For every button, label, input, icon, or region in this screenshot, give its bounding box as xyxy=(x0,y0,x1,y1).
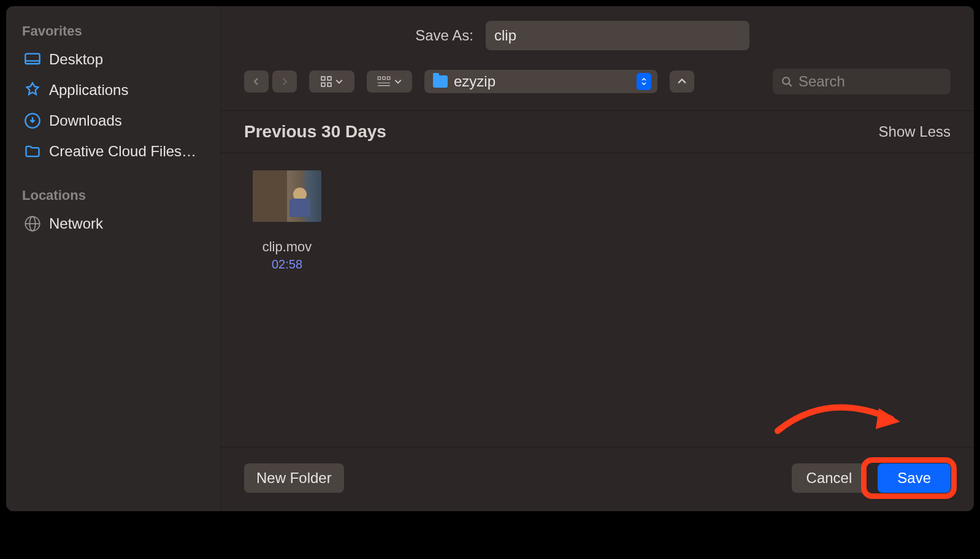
sidebar-item-label: Network xyxy=(49,215,103,232)
updown-icon xyxy=(637,73,651,90)
search-input[interactable] xyxy=(798,73,942,90)
forward-button[interactable] xyxy=(272,70,297,93)
sidebar-item-creative-cloud[interactable]: Creative Cloud Files… xyxy=(6,136,220,167)
chevron-down-icon xyxy=(394,79,402,84)
svg-rect-6 xyxy=(321,77,325,80)
bottom-bar: New Folder Cancel Save xyxy=(221,447,974,511)
sidebar-item-desktop[interactable]: Desktop xyxy=(6,44,220,75)
back-button[interactable] xyxy=(244,70,269,93)
section-header: Previous 30 Days Show Less xyxy=(221,111,974,153)
sidebar-item-network[interactable]: Network xyxy=(6,208,220,239)
grid-icon xyxy=(321,76,332,87)
file-duration: 02:58 xyxy=(272,257,302,272)
svg-rect-10 xyxy=(378,77,380,79)
view-grid-button[interactable] xyxy=(309,70,354,93)
svg-rect-11 xyxy=(383,77,385,79)
search-icon xyxy=(781,75,792,88)
file-item[interactable]: clip.mov 02:58 xyxy=(244,170,330,272)
save-button[interactable]: Save xyxy=(878,463,951,493)
sidebar: Favorites Desktop Applications Downloads… xyxy=(6,6,221,511)
save-as-input[interactable] xyxy=(486,21,749,50)
desktop-icon xyxy=(23,50,42,69)
collapse-button[interactable] xyxy=(670,70,694,93)
folder-icon xyxy=(433,75,448,88)
downloads-icon xyxy=(23,112,42,130)
chevron-left-icon xyxy=(251,77,261,86)
svg-point-15 xyxy=(783,77,789,84)
group-icon xyxy=(377,76,391,87)
svg-rect-8 xyxy=(321,83,325,86)
sidebar-item-downloads[interactable]: Downloads xyxy=(6,105,220,136)
save-as-row: Save As: xyxy=(221,6,974,58)
current-folder-name: ezyzip xyxy=(454,73,630,90)
svg-rect-0 xyxy=(25,54,39,64)
applications-icon xyxy=(23,81,42,99)
svg-rect-7 xyxy=(327,77,331,80)
save-as-label: Save As: xyxy=(415,27,473,44)
file-name: clip.mov xyxy=(262,239,312,255)
new-folder-button[interactable]: New Folder xyxy=(244,463,344,493)
folder-icon xyxy=(23,142,42,161)
show-less-button[interactable]: Show Less xyxy=(879,123,951,140)
save-dialog: Favorites Desktop Applications Downloads… xyxy=(6,6,974,511)
cancel-button[interactable]: Cancel xyxy=(792,463,867,493)
file-thumbnail xyxy=(253,170,321,222)
svg-rect-9 xyxy=(327,83,331,86)
sidebar-item-applications[interactable]: Applications xyxy=(6,75,220,105)
file-grid: clip.mov 02:58 xyxy=(221,153,974,447)
svg-line-16 xyxy=(789,83,791,86)
locations-heading: Locations xyxy=(6,183,220,208)
sidebar-item-label: Desktop xyxy=(49,51,103,68)
sidebar-item-label: Downloads xyxy=(49,112,122,129)
favorites-heading: Favorites xyxy=(6,18,220,44)
chevron-up-icon xyxy=(678,78,686,85)
folder-dropdown[interactable]: ezyzip xyxy=(424,70,657,93)
chevron-down-icon xyxy=(335,79,343,84)
sidebar-item-label: Creative Cloud Files… xyxy=(49,143,196,160)
main-panel: Save As: ezy xyxy=(221,6,974,511)
svg-rect-12 xyxy=(388,77,390,79)
chevron-right-icon xyxy=(280,77,289,86)
network-icon xyxy=(23,215,42,233)
group-button[interactable] xyxy=(367,70,412,93)
section-title: Previous 30 Days xyxy=(244,122,386,142)
search-field[interactable] xyxy=(773,69,951,94)
toolbar: ezyzip xyxy=(221,58,974,110)
sidebar-item-label: Applications xyxy=(49,82,128,99)
